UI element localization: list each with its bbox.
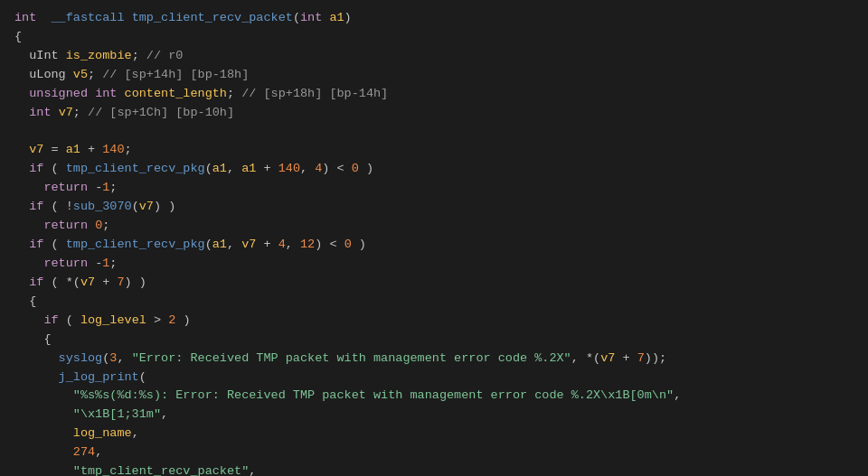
code-line-15: if ( *(v7 + 7) ): [14, 274, 854, 293]
code-line-13: if ( tmp_client_recv_pkg(a1, v7 + 4, 12)…: [14, 236, 854, 255]
code-line-4: uLong v5; // [sp+14h] [bp-18h]: [14, 66, 854, 85]
code-line-5: unsigned int content_length; // [sp+18h]…: [14, 85, 854, 104]
code-line-3: uInt is_zombie; // r0: [14, 47, 854, 66]
code-line-14: return -1;: [14, 255, 854, 274]
code-line-24: 274,: [14, 443, 854, 462]
code-line-17: if ( log_level > 2 ): [14, 312, 854, 331]
code-line-7: [14, 123, 854, 142]
code-line-20: j_log_print(: [14, 369, 854, 387]
code-line-6: int v7; // [sp+1Ch] [bp-10h]: [14, 104, 854, 123]
code-line-11: if ( !sub_3070(v7) ): [14, 198, 854, 217]
code-line-25: "tmp_client_recv_packet",: [14, 462, 854, 476]
code-line-21: "%s%s(%d:%s): Error: Received TMP packet…: [14, 387, 854, 406]
code-line-12: return 0;: [14, 217, 854, 236]
code-viewer: int __fastcall tmp_client_recv_packet(in…: [0, 0, 868, 476]
code-line-2: {: [14, 28, 854, 47]
code-line-8: v7 = a1 + 140;: [14, 141, 854, 160]
code-line-9: if ( tmp_client_recv_pkg(a1, a1 + 140, 4…: [14, 160, 854, 179]
code-line-22: "\x1B[1;31m",: [14, 406, 854, 425]
code-line-18: {: [14, 331, 854, 350]
code-line-19: syslog(3, "Error: Received TMP packet wi…: [14, 350, 854, 369]
code-line-1: int __fastcall tmp_client_recv_packet(in…: [14, 9, 854, 28]
code-line-23: log_name,: [14, 425, 854, 443]
code-line-16: {: [14, 293, 854, 312]
code-line-10: return -1;: [14, 179, 854, 198]
